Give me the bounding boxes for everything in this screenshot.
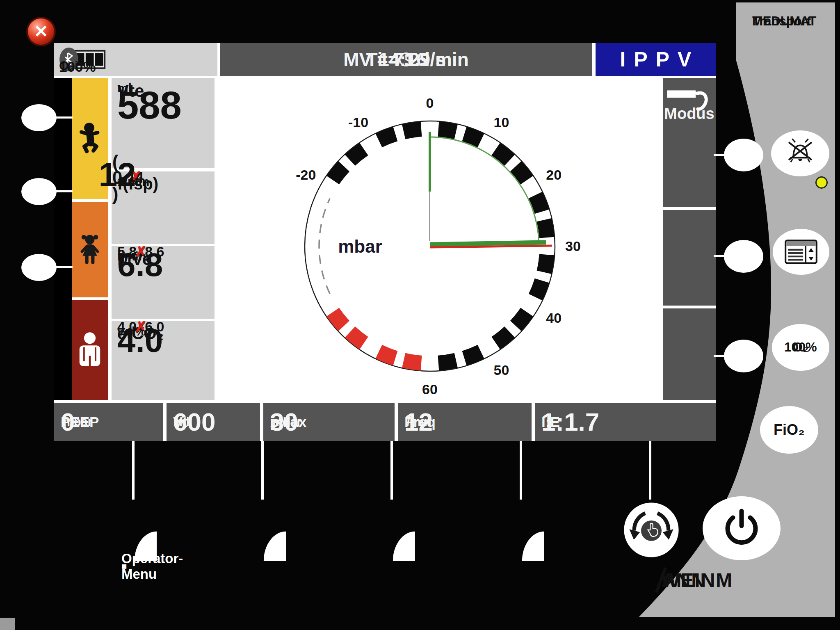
pressure-gauge: -20-100102030405060mbar [216,78,660,400]
pmax-knob[interactable] [368,499,415,561]
ventilation-mode-badge: IPPV [596,43,716,76]
svg-text:40: 40 [546,310,562,326]
o2-100-button[interactable]: 100% O₂ [772,324,829,371]
menu-button[interactable] [773,229,829,275]
vte-panel: Vte ml 588 [112,78,215,168]
ventilator-screen: O₂i 100% 14:16 Ti = 1.9 s MV = 7.2 l/min… [54,43,716,441]
mve-alarm-low: 5.8 [117,244,137,258]
svg-text:50: 50 [494,362,509,378]
softkey-panel-2 [663,210,716,306]
pmax-unit: mbar [272,415,301,429]
svg-text:30: 30 [565,238,581,254]
o2-100-label-2: O₂ [793,341,808,354]
softkey-2-button[interactable] [724,240,763,273]
param-vt: Vt 600 ml [167,403,260,441]
knob-stem [261,441,264,500]
softkey-modus-button[interactable] [724,139,763,171]
o2i-value: 100% [59,59,96,75]
child-icon [77,232,103,268]
vt-knob[interactable] [239,499,286,561]
corner-sliver [0,618,15,630]
param-freq: Freq 12 /min [398,403,532,441]
fio2-button[interactable]: FiO₂ [760,406,818,454]
knob-stem [390,441,393,500]
svg-text:mbar: mbar [338,236,382,256]
knob-stem [520,441,522,500]
measurement-column: Vte ml 588 f(fsp) 1/min 12 ( 0 ) ✗ 14 [112,78,215,400]
medumat-transport-device: ✕ MEDUMAT Transport O₂i 100% [0,0,840,630]
softkey-adult-button[interactable] [21,254,57,281]
softkey-column: Modus [663,78,716,400]
brand-line2: Transport [752,12,811,31]
knob-stem [132,441,135,500]
etco2-alarm-high: 6.0 [145,320,164,333]
close-button[interactable]: ✕ [26,17,56,46]
param-peep: PEEP 0 mbar [54,403,163,441]
navigation-knob[interactable] [621,500,682,560]
svg-text:0: 0 [426,95,434,111]
mv-value: MV = 7.2 l/min [343,48,469,71]
ffsp-alarm-high: 14 [128,170,144,184]
softkey-3-button[interactable] [724,340,763,372]
mve-alarm-high: 8.6 [145,244,164,258]
vte-value: 588 [117,87,182,123]
patient-adult-cell [72,300,108,400]
softkey-infant-button[interactable] [21,104,57,131]
infant-icon [77,121,103,157]
ie-value: 1:1.7 [541,407,599,436]
status-cell: O₂i 100% [54,43,217,76]
connector-line [55,266,73,268]
svg-text:20: 20 [546,167,562,183]
svg-text:-20: -20 [296,167,316,183]
param-ie: I:E 1:1.7 [535,403,716,441]
etco2-panel: etCO₂ vol% 4.0 4.0 ✗ 6.0 [112,321,215,400]
connector-line [55,116,73,119]
left-black-strip [54,78,72,400]
svg-text:60: 60 [422,381,438,397]
param-pmax: pMax 30 mbar [263,403,395,441]
modus-label: Modus [664,105,714,123]
alarm-mute-button[interactable] [771,130,829,176]
fio2-label: FiO₂ [774,422,805,438]
alarm-mute-icon [781,136,820,171]
logo-right: ANN [661,569,706,591]
softkey-panel-3 [663,308,716,400]
etco2-alarm-low: 4.0 [117,320,137,333]
connector-line [55,190,73,192]
svg-text:-10: -10 [348,114,368,130]
patient-child-cell [72,202,108,297]
patient-column [72,78,108,400]
pressure-gauge-area: -20-100102030405060mbar [216,78,660,400]
freq-knob[interactable] [498,499,544,561]
mode-label: IPPV [620,48,700,71]
adult-icon [76,331,103,369]
power-button[interactable] [702,495,781,561]
operator-menu-text: Operator-Menu [121,551,183,582]
alarm-led [815,176,828,189]
svg-text:10: 10 [494,114,509,130]
softkey-child-button[interactable] [21,178,57,205]
close-icon: ✕ [34,23,48,40]
modus-panel: Modus [663,78,716,207]
freq-unit: /min [407,415,431,429]
ffsp-panel: f(fsp) 1/min 12 ( 0 ) ✗ 14 [112,171,215,244]
top-info-bar: 14:16 Ti = 1.9 s MV = 7.2 l/min [220,43,592,76]
knob-stem [649,441,651,500]
menu-list-icon [782,237,820,267]
mve-panel: MVe l/min 6.8 5.8 ✗ 8.6 [112,246,215,319]
peep-unit: mbar [63,415,92,429]
ffsp-spont-value: ( 0 ) [112,153,122,202]
vt-unit: ml [176,415,189,429]
